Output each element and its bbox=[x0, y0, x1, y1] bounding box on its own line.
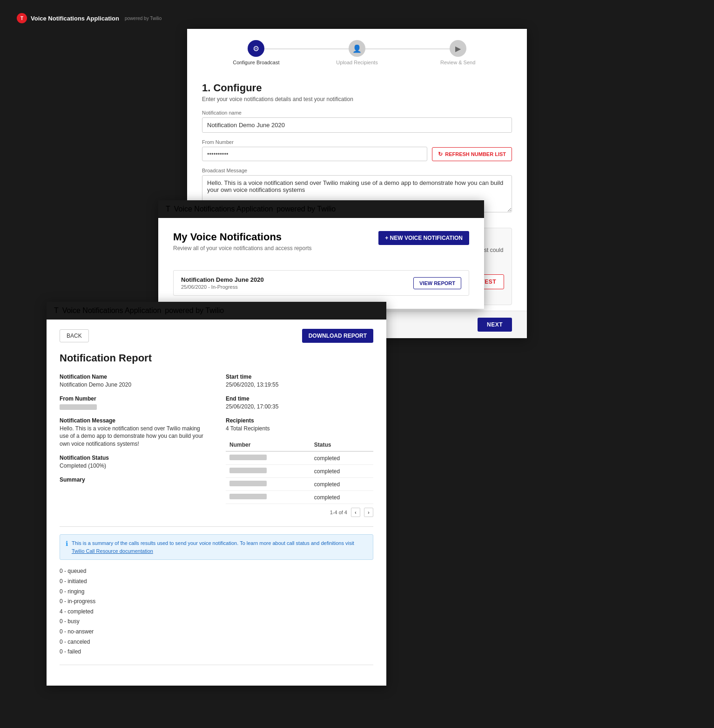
screen3-powered-by: powered by Twilio bbox=[165, 306, 224, 315]
table-pagination: 1-4 of 4 ‹ › bbox=[226, 508, 373, 517]
screen3-body: BACK DOWNLOAD REPORT Notification Report… bbox=[47, 320, 386, 686]
summary-item: 0 - in-progress bbox=[60, 597, 373, 607]
screen3-app-header: T Voice Notifications Application powere… bbox=[47, 302, 386, 320]
app-header: T Voice Notifications Application powere… bbox=[9, 9, 705, 27]
notification-item-name: Notification Demo June 2020 bbox=[181, 276, 264, 283]
table-col-status: Status bbox=[310, 439, 373, 451]
divider-1 bbox=[60, 526, 373, 527]
table-col-number: Number bbox=[226, 439, 310, 451]
notification-list-item: Notification Demo June 2020 25/06/2020 -… bbox=[173, 270, 469, 296]
notification-name-label: Notification name bbox=[202, 110, 512, 116]
from-number-select[interactable]: •••••••••• bbox=[202, 147, 427, 161]
report-start-time-field: Start time 25/06/2020, 13:19:55 bbox=[226, 374, 373, 389]
recipient-number bbox=[226, 465, 310, 478]
step-review: ▶ Review & Send bbox=[407, 40, 508, 65]
screen2-logo: T bbox=[166, 205, 170, 213]
summary-item: 0 - canceled bbox=[60, 637, 373, 647]
step-configure-circle: ⚙ bbox=[248, 40, 264, 57]
configure-subtitle: Enter your voice notifications details a… bbox=[202, 96, 512, 102]
broadcast-message-label: Broadcast Message bbox=[202, 168, 512, 173]
screen2-app-header: T Voice Notifications Application powere… bbox=[158, 200, 484, 218]
my-voice-notifications-screen: T Voice Notifications Application powere… bbox=[158, 200, 484, 309]
powered-by-label: powered by Twilio bbox=[125, 16, 162, 21]
step-review-circle: ▶ bbox=[450, 40, 466, 57]
recipient-status: completed bbox=[310, 478, 373, 491]
notifications-title: My Voice Notifications bbox=[173, 231, 311, 243]
screen3-app-title: Voice Notifications Application bbox=[62, 306, 162, 315]
recipient-number bbox=[226, 478, 310, 491]
pagination-prev-btn[interactable]: ‹ bbox=[351, 508, 360, 517]
report-message-field: Notification Message Hello. This is a vo… bbox=[60, 417, 207, 448]
refresh-icon: ↻ bbox=[438, 151, 443, 157]
info-icon: ℹ bbox=[66, 540, 68, 547]
report-grid: Notification Name Notification Demo June… bbox=[60, 374, 373, 517]
info-link[interactable]: Twilio Call Resource documentation bbox=[72, 548, 153, 554]
new-notification-button[interactable]: + NEW VOICE NOTIFICATION bbox=[378, 231, 469, 245]
table-row: completed bbox=[226, 451, 373, 465]
summary-item: 0 - initiated bbox=[60, 577, 373, 587]
from-number-group: From Number •••••••••• ↻ REFRESH NUMBER … bbox=[202, 139, 512, 161]
from-number-blurred bbox=[60, 404, 97, 410]
report-status-field: Notification Status Completed (100%) bbox=[60, 455, 207, 470]
summary-item: 4 - completed bbox=[60, 607, 373, 617]
screen3-logo: T bbox=[54, 306, 59, 315]
summary-list: 0 - queued0 - initiated0 - ringing0 - in… bbox=[60, 566, 373, 657]
summary-item: 0 - no-answer bbox=[60, 627, 373, 637]
report-notification-name-field: Notification Name Notification Demo June… bbox=[60, 374, 207, 389]
report-end-time-field: End time 25/06/2020, 17:00:35 bbox=[226, 395, 373, 411]
step-upload-label: Upload Recipients bbox=[336, 60, 377, 65]
report-toolbar: BACK DOWNLOAD REPORT bbox=[60, 329, 373, 343]
download-report-button[interactable]: DOWNLOAD REPORT bbox=[302, 329, 373, 343]
table-row: completed bbox=[226, 491, 373, 504]
notification-name-group: Notification name bbox=[202, 110, 512, 133]
summary-item: 0 - queued bbox=[60, 566, 373, 577]
from-number-label: From Number bbox=[202, 139, 512, 145]
screen2-powered-by: powered by Twilio bbox=[276, 205, 336, 213]
notification-name-input[interactable] bbox=[202, 117, 512, 133]
report-title: Notification Report bbox=[60, 352, 373, 364]
back-button[interactable]: BACK bbox=[60, 329, 89, 342]
step-configure-label: Configure Broadcast bbox=[233, 60, 279, 65]
report-recipients-field: Recipients 4 Total Recipients bbox=[226, 417, 373, 433]
table-row: completed bbox=[226, 465, 373, 478]
step-upload-circle: 👤 bbox=[349, 40, 365, 57]
next-button[interactable]: NEXT bbox=[478, 318, 512, 332]
summary-item: 0 - ringing bbox=[60, 587, 373, 597]
summary-item: 0 - failed bbox=[60, 647, 373, 657]
configure-title: 1. Configure bbox=[202, 82, 512, 94]
recipient-status: completed bbox=[310, 465, 373, 478]
step-upload: 👤 Upload Recipients bbox=[307, 40, 408, 65]
stepper: ⚙ Configure Broadcast 👤 Upload Recipient… bbox=[187, 29, 527, 73]
notification-report-screen: T Voice Notifications Application powere… bbox=[47, 302, 386, 686]
step-configure: ⚙ Configure Broadcast bbox=[206, 40, 307, 65]
refresh-number-btn[interactable]: ↻ REFRESH NUMBER LIST bbox=[432, 147, 512, 161]
summary-item: 0 - busy bbox=[60, 617, 373, 627]
view-report-button[interactable]: VIEW REPORT bbox=[413, 277, 461, 289]
divider-2 bbox=[60, 665, 373, 665]
screen2-app-title: Voice Notifications Application bbox=[174, 205, 273, 213]
info-box: ℹ This is a summary of the calls results… bbox=[60, 534, 373, 560]
report-summary-label-field: Summary bbox=[60, 476, 207, 483]
recipients-table: Number Status completedcompletedcomplete… bbox=[226, 439, 373, 504]
table-row: completed bbox=[226, 478, 373, 491]
info-text: This is a summary of the calls results u… bbox=[72, 539, 367, 555]
recipient-status: completed bbox=[310, 491, 373, 504]
report-from-number-field: From Number bbox=[60, 395, 207, 411]
app-title-label: Voice Notifications Application bbox=[31, 15, 119, 22]
pagination-next-btn[interactable]: › bbox=[364, 508, 373, 517]
recipient-status: completed bbox=[310, 451, 373, 465]
recipient-number bbox=[226, 451, 310, 465]
notification-item-meta: 25/06/2020 - In-Progress bbox=[181, 284, 264, 290]
recipient-number bbox=[226, 491, 310, 504]
notifications-subtitle: Review all of your voice notifications a… bbox=[173, 245, 311, 252]
app-logo: T bbox=[17, 13, 27, 23]
step-review-label: Review & Send bbox=[440, 60, 475, 65]
screen2-body: My Voice Notifications Review all of you… bbox=[158, 218, 484, 309]
